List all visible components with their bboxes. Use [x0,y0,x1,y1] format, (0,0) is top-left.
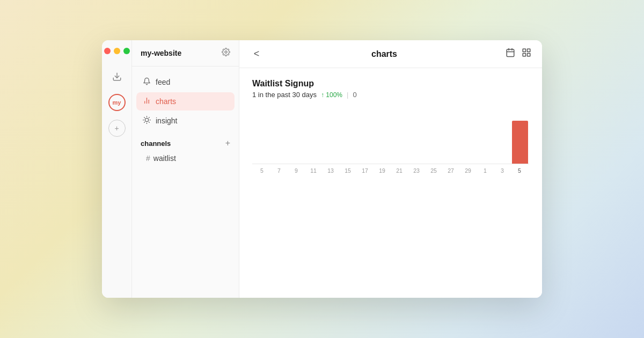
bar-label: 21 [391,167,408,174]
bar-label: 27 [442,167,459,174]
hash-icon: # [146,154,150,163]
trend-percent: 100% [326,91,342,99]
traffic-light-yellow[interactable] [114,48,120,54]
svg-rect-18 [523,49,525,52]
sidebar-item-feed[interactable]: feed [136,73,235,91]
bar-label: 13 [322,167,339,174]
bar-label: 3 [494,167,511,174]
chart-subtitle: 1 in the past 30 days ↑ 100% | 0 [252,91,529,99]
traffic-light-green[interactable] [123,48,130,54]
insight-icon [142,116,151,126]
main-title: charts [269,49,499,59]
grid-view-icon[interactable] [522,48,531,60]
chart-trend: ↑ 100% [321,91,342,99]
svg-line-8 [144,117,144,118]
svg-line-9 [149,122,149,122]
chart-divider: | [347,91,348,99]
chart-prev-count: 0 [353,91,356,99]
sidebar: my-website feed [132,40,239,298]
bar-label: 19 [374,167,391,174]
bar-label: 15 [339,167,356,174]
channels-section-title: channels [141,139,171,148]
main-panel: < charts [239,40,542,298]
traffic-light-red[interactable] [104,48,111,54]
sidebar-item-label-feed: feed [156,78,170,86]
channels-section: channels + # waitlist [132,132,239,168]
sidebar-nav: feed charts [132,71,239,132]
chart-count: 1 in the past 30 days [252,91,317,99]
feed-icon [142,77,151,87]
add-channel-button[interactable]: + [225,138,230,148]
bar-label: 7 [270,167,288,174]
svg-rect-19 [528,49,530,52]
channels-section-header: channels + [141,138,230,148]
sidebar-title: my-website [141,49,181,57]
svg-point-5 [145,118,148,121]
bar-chart: 57911131517192123252729135 [252,109,529,174]
svg-point-1 [225,51,227,53]
svg-rect-20 [523,54,525,56]
download-icon[interactable] [108,68,126,85]
back-button[interactable]: < [250,48,263,60]
avatar[interactable]: my [108,94,126,111]
bar-chart-bars [252,109,529,164]
sidebar-item-label-insight: insight [156,116,177,125]
svg-line-12 [144,122,144,122]
channel-label-waitlist: waitlist [153,154,176,163]
bar-label: 5 [253,167,270,174]
app-window: my + my-website [102,40,542,298]
sidebar-item-charts[interactable]: charts [136,92,235,111]
bar-label: 1 [477,167,494,174]
bar-label: 11 [305,167,322,174]
svg-rect-21 [528,54,530,56]
bar-label: 29 [459,167,477,174]
header-actions [506,48,531,60]
sidebar-item-insight[interactable]: insight [136,112,235,130]
chart-title: Waitlist Signup [252,79,529,89]
traffic-lights [104,48,130,54]
channel-item-waitlist[interactable]: # waitlist [141,150,230,166]
bar-label: 9 [288,167,305,174]
bar-chart-area [252,109,529,164]
bar-label: 25 [425,167,442,174]
bar-label: 23 [408,167,425,174]
bar-chart-labels: 57911131517192123252729135 [252,164,529,174]
settings-icon[interactable] [222,48,230,58]
sidebar-item-label-charts: charts [156,97,176,106]
sidebar-header: my-website [132,48,239,67]
calendar-icon[interactable] [506,48,515,60]
add-workspace-button[interactable]: + [108,120,126,137]
svg-line-13 [149,117,149,118]
svg-rect-14 [507,49,514,57]
bar-label: 17 [356,167,374,174]
icon-rail: my + [102,40,132,298]
bar-item [512,121,528,164]
main-header: < charts [239,40,542,68]
bar-label: 5 [511,167,528,174]
trend-arrow: ↑ [321,91,324,99]
main-content: Waitlist Signup 1 in the past 30 days ↑ … [239,68,542,298]
charts-icon [142,97,151,106]
